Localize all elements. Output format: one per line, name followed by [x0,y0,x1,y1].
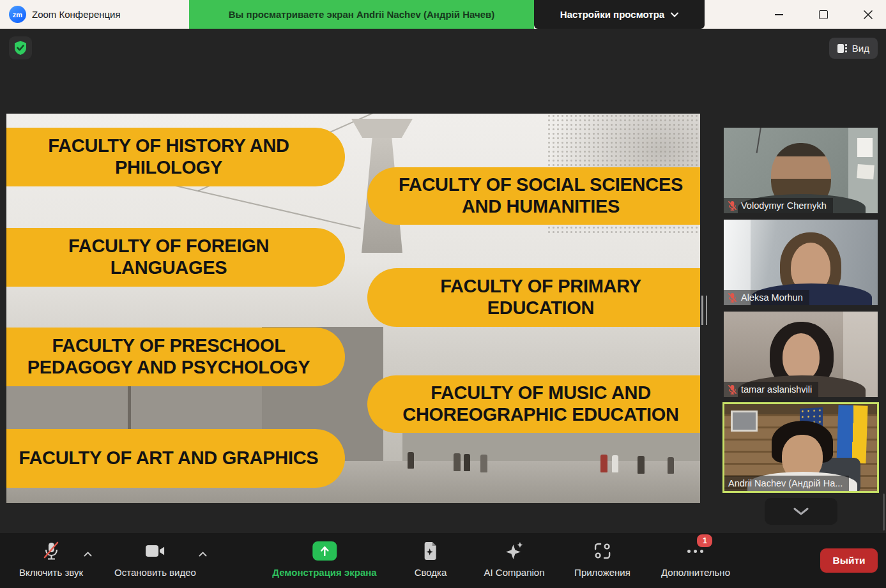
apps-icon [593,539,612,562]
participant-name-tag: tamar aslanishvili [724,382,818,397]
faculty-banner-text: FACULTY OF SOCIAL SCIENCES AND HUMANITIE… [393,174,689,217]
zoom-logo-icon: zm [9,6,26,23]
close-icon [864,10,873,19]
participant-name-tag: Volodymyr Chernykh [724,198,833,213]
minimize-icon [775,14,783,15]
more-dots-icon: 1 [688,539,704,562]
ai-companion-label: AI Companion [484,567,544,578]
muted-mic-icon [728,384,737,395]
faculty-banner-text: FACULTY OF FOREIGN LANGUAGES [18,236,319,278]
participant-name-tag: Aleksa Morhun [724,290,809,305]
picture-frame [731,411,758,432]
meeting-toolbar: Включить звук Остановить видео [0,533,886,588]
faculty-banner-text: FACULTY OF ART AND GRAPHICS [19,448,319,469]
participant-name-tag: Andrii Nachev (Андрій На... [724,476,849,491]
faculty-banner: FACULTY OF MUSIC AND CHOREOGRAPHIC EDUCA… [367,375,700,433]
title-bar: zm Zoom Конференция Вы просматриваете эк… [0,0,886,29]
muted-mic-icon [728,292,737,303]
viewing-screen-banner: Вы просматриваете экран Andrii Nachev (А… [189,0,534,29]
faculty-banner-text: FACULTY OF MUSIC AND CHOREOGRAPHIC EDUCA… [393,382,689,425]
unmute-button[interactable]: Включить звук [19,539,83,578]
view-settings-label: Настройки просмотра [560,9,664,20]
leave-meeting-button[interactable]: Выйти [820,548,878,573]
audio-options-chevron[interactable] [79,546,96,562]
pedestrian [454,453,461,471]
view-settings-button[interactable]: Настройки просмотра [534,0,705,29]
apps-label: Приложения [574,567,630,578]
faculty-banner: FACULTY OF HISTORY AND PHILOLOGY [6,128,345,186]
view-layout-icon [837,44,847,53]
faculty-banner: FACULTY OF PRESCHOOL PEDAGOGY AND PSYCHO… [6,328,345,386]
pedestrian-red-coat [600,455,607,472]
security-shield-icon [13,40,27,56]
participant-face [783,333,820,381]
notification-badge: 1 [696,533,714,548]
share-screen-label: Демонстрация экрана [272,567,376,578]
ai-sparkle-icon [503,539,525,562]
wall-paper [857,164,874,179]
maximize-icon [819,10,828,19]
faculty-banner-text: FACULTY OF PRESCHOOL PEDAGOGY AND PSYCHO… [18,335,319,378]
maximize-button[interactable] [809,0,838,29]
chevron-down-icon [671,12,678,17]
wall-cable [756,128,762,153]
pedestrian [408,452,414,469]
faculty-banner-text: FACULTY OF PRIMARY EDUCATION [393,276,689,319]
share-screen-button[interactable]: Демонстрация экрана [272,539,376,578]
building-tower-cap [351,119,413,138]
zoom-meeting-window: zm Zoom Конференция Вы просматриваете эк… [0,0,886,588]
participant-tile[interactable]: Aleksa Morhun [724,220,878,305]
view-button[interactable]: Вид [829,38,878,59]
apps-button[interactable]: Приложения [574,539,630,578]
stop-video-label: Остановить видео [114,567,196,578]
summary-button[interactable]: Сводка [415,539,447,578]
stop-video-button[interactable]: Остановить видео [114,539,196,578]
pedestrian [464,454,470,471]
ai-companion-button[interactable]: AI Companion [484,539,544,578]
participant-name: Andrii Nachev (Андрій На... [728,478,843,488]
faculty-banner-text: FACULTY OF HISTORY AND PHILOLOGY [18,135,319,178]
share-screen-icon [312,539,337,562]
unmute-label: Включить звук [19,567,83,578]
scrollbar-thumb[interactable] [883,494,885,531]
wall-paper [857,138,873,157]
panel-resize-handle[interactable] [701,296,709,325]
muted-mic-icon [728,200,737,211]
participant-tile[interactable]: tamar aslanishvili [724,312,878,397]
participant-tile-active-speaker[interactable]: Andrii Nachev (Андрій На... [722,402,879,493]
window-title: Zoom Конференция [32,0,121,29]
meeting-area: Вид FACULTY OF HISTORY AND PHILOLOGY [0,29,886,588]
pedestrian [480,455,487,472]
security-shield-button[interactable] [9,36,32,59]
participant-name: Volodymyr Chernykh [741,200,827,211]
camera-icon [144,539,166,562]
more-label: Дополнительно [661,567,730,578]
collapse-participants-button[interactable] [765,498,837,525]
video-options-chevron[interactable] [194,546,211,562]
ukraine-flag [836,405,867,464]
pedestrian [668,457,674,474]
leave-label: Выйти [832,555,865,566]
minimize-button[interactable] [764,0,793,29]
chevron-down-icon [793,508,809,515]
muted-mic-icon [42,539,61,562]
view-button-label: Вид [852,43,869,54]
shared-screen-slide: FACULTY OF HISTORY AND PHILOLOGY FACULTY… [6,114,700,503]
pedestrian [638,456,645,474]
faculty-banner: FACULTY OF ART AND GRAPHICS [6,429,345,488]
faculty-banner: FACULTY OF SOCIAL SCIENCES AND HUMANITIE… [367,167,700,225]
summary-label: Сводка [415,567,447,578]
faculty-banner: FACULTY OF FOREIGN LANGUAGES [6,228,345,287]
participant-name: tamar aslanishvili [741,384,812,395]
participant-name: Aleksa Morhun [741,292,803,303]
participant-tile[interactable]: Volodymyr Chernykh [724,128,878,213]
faculty-banner: FACULTY OF PRIMARY EDUCATION [367,268,700,327]
summary-doc-icon [422,539,439,562]
close-button[interactable] [853,0,883,29]
pedestrian [612,455,618,472]
more-button[interactable]: 1 Дополнительно [661,539,730,578]
